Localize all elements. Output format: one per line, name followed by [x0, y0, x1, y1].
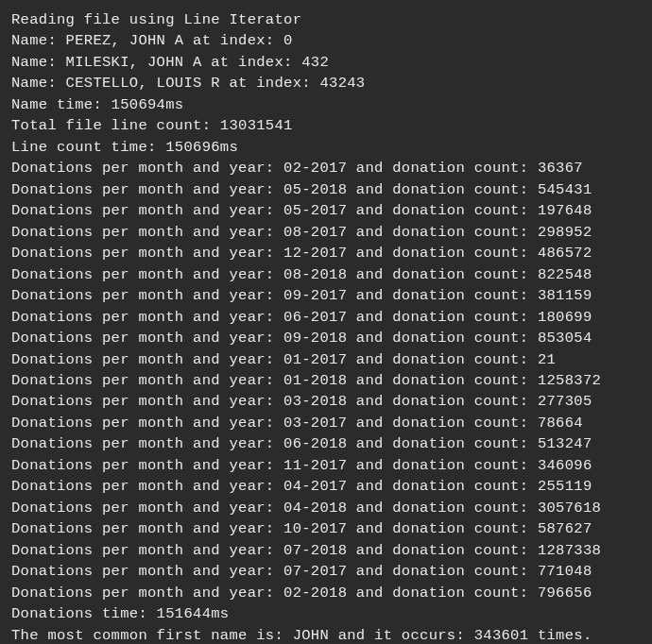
donation-line: Donations per month and year: 06-2018 an…	[11, 433, 641, 454]
donation-line: Donations per month and year: 07-2017 an…	[11, 561, 641, 582]
total-line-count-line: Total file line count: 13031541	[11, 115, 641, 136]
donation-line: Donations per month and year: 03-2018 an…	[11, 391, 641, 412]
donation-line: Donations per month and year: 02-2017 an…	[11, 158, 641, 178]
name-line: Name: CESTELLO, LOUIS R at index: 43243	[11, 73, 641, 93]
name-line: Name: MILESKI, JOHN A at index: 432	[11, 52, 641, 73]
donation-line: Donations per month and year: 10-2017 an…	[11, 518, 641, 539]
name-line: Name: PEREZ, JOHN A at index: 0	[11, 30, 641, 51]
donation-line: Donations per month and year: 03-2017 an…	[11, 413, 641, 433]
donation-line: Donations per month and year: 08-2017 an…	[11, 222, 641, 243]
terminal-output: Reading file using Line IteratorName: PE…	[11, 9, 641, 644]
donation-line: Donations per month and year: 09-2017 an…	[11, 285, 641, 306]
donation-line: Donations per month and year: 06-2017 an…	[11, 307, 641, 328]
line-count-time-line: Line count time: 150696ms	[11, 137, 641, 158]
donation-line: Donations per month and year: 02-2018 an…	[11, 583, 641, 603]
donation-line: Donations per month and year: 05-2018 an…	[11, 179, 641, 200]
donation-line: Donations per month and year: 09-2018 an…	[11, 328, 641, 348]
most-common-name-line: The most common first name is: JOHN and …	[11, 625, 641, 644]
donation-line: Donations per month and year: 01-2018 an…	[11, 370, 641, 391]
donation-line: Donations per month and year: 04-2018 an…	[11, 498, 641, 518]
header-line: Reading file using Line Iterator	[11, 9, 641, 30]
donations-time-line: Donations time: 151644ms	[11, 603, 641, 624]
donation-line: Donations per month and year: 05-2017 an…	[11, 200, 641, 221]
donation-line: Donations per month and year: 04-2017 an…	[11, 476, 641, 497]
donation-line: Donations per month and year: 08-2018 an…	[11, 264, 641, 285]
name-time-line: Name time: 150694ms	[11, 94, 641, 115]
donation-line: Donations per month and year: 12-2017 an…	[11, 243, 641, 263]
donation-line: Donations per month and year: 01-2017 an…	[11, 349, 641, 370]
donation-line: Donations per month and year: 11-2017 an…	[11, 455, 641, 476]
donation-line: Donations per month and year: 07-2018 an…	[11, 540, 641, 561]
